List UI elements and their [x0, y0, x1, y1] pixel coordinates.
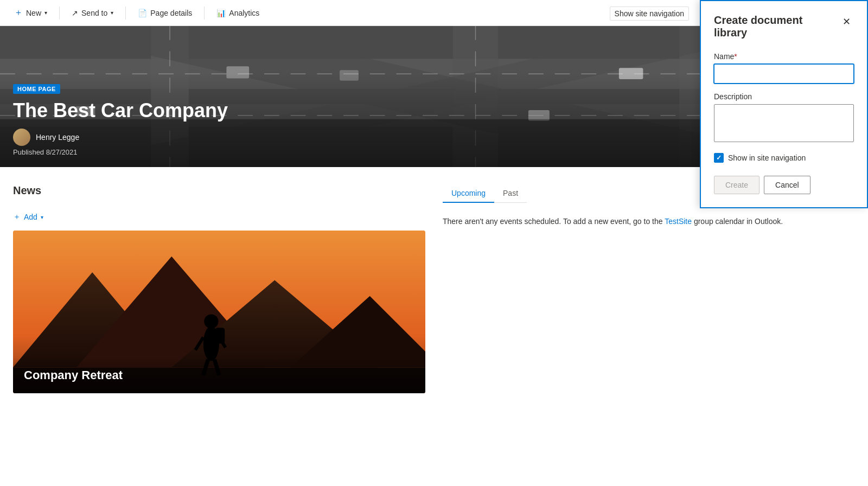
name-label: Name* [714, 52, 854, 61]
description-field: Description [714, 92, 854, 153]
add-label: Add [24, 213, 37, 221]
analytics-label: Analytics [229, 9, 259, 17]
new-button[interactable]: ＋ New ▾ [9, 4, 53, 22]
svg-point-25 [204, 314, 218, 328]
news-card-content: Company Retreat [13, 357, 425, 393]
tab-past[interactable]: Past [494, 184, 527, 203]
new-chevron-icon: ▾ [44, 10, 47, 16]
testsite-link[interactable]: TestSite [665, 217, 692, 226]
panel-title: Create document library [714, 14, 839, 39]
plus-icon: ＋ [14, 7, 23, 18]
name-field: Name* [714, 52, 854, 92]
show-in-nav-label: Show in site navigation [728, 154, 806, 162]
news-card[interactable]: Company Retreat [13, 231, 425, 393]
name-required: * [734, 52, 737, 61]
create-button[interactable]: Create [714, 176, 760, 194]
page-details-button[interactable]: 📄 Page details [132, 5, 197, 21]
send-to-chevron-icon: ▾ [111, 10, 113, 16]
add-plus-icon: ＋ [13, 212, 21, 222]
events-section: Upcoming Past ↻ Sync calendar There aren… [443, 184, 855, 393]
add-chevron-icon: ▾ [41, 214, 43, 220]
show-site-navigation-label[interactable]: Show site navigation [610, 7, 689, 21]
panel-actions: Create Cancel [714, 176, 854, 194]
page-details-label: Page details [150, 9, 192, 17]
name-input[interactable] [714, 64, 854, 84]
send-to-label: Send to [81, 9, 107, 17]
analytics-icon: 📊 [216, 9, 226, 17]
divider-3 [204, 7, 205, 20]
checkmark-icon: ✓ [716, 154, 722, 162]
news-title: News [13, 184, 41, 197]
page-details-icon: 📄 [138, 9, 147, 17]
author-name: Henry Legge [36, 133, 79, 142]
divider-1 [59, 7, 60, 20]
add-button[interactable]: ＋ Add ▾ [13, 212, 425, 222]
create-document-library-panel: Create document library ✕ Name* Descript… [700, 0, 868, 208]
show-in-nav-checkbox[interactable]: ✓ [714, 153, 724, 163]
divider-2 [125, 7, 126, 20]
avatar [13, 129, 30, 146]
description-input[interactable] [714, 104, 854, 142]
news-section: News ＋ Add ▾ [13, 184, 425, 393]
send-to-button[interactable]: ↗ Send to ▾ [66, 5, 119, 21]
cancel-button[interactable]: Cancel [764, 176, 810, 194]
show-in-nav-row: ✓ Show in site navigation [714, 153, 854, 163]
events-empty-text: There aren't any events scheduled. To ad… [443, 216, 855, 227]
new-label: New [26, 9, 41, 17]
events-tabs: Upcoming Past [443, 184, 527, 203]
send-to-icon: ↗ [72, 9, 78, 17]
panel-close-button[interactable]: ✕ [839, 14, 854, 29]
tab-upcoming[interactable]: Upcoming [443, 184, 494, 203]
description-label: Description [714, 92, 854, 101]
panel-header: Create document library ✕ [714, 14, 854, 39]
main-area: HOME PAGE The Best Car Company Henry Leg… [0, 26, 868, 486]
homepage-badge: HOME PAGE [13, 84, 60, 94]
analytics-button[interactable]: 📊 Analytics [211, 5, 265, 21]
news-card-title: Company Retreat [24, 368, 414, 382]
